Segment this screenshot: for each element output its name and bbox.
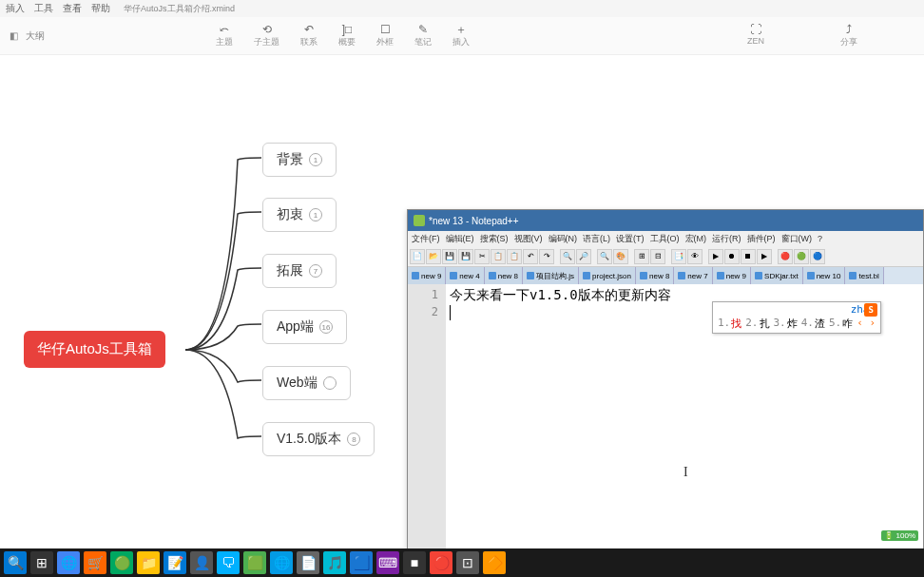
npp-toolbar-btn-11[interactable]: 🔎 [576, 249, 591, 264]
taskbar-app-16[interactable]: 🔴 [430, 551, 452, 574]
taskbar-app-7[interactable]: 👤 [190, 551, 213, 574]
taskbar-app-3[interactable]: 🛒 [84, 551, 106, 574]
npp-toolbar-btn-7[interactable]: ↶ [523, 249, 538, 264]
npp-toolbar-btn-29[interactable]: 🔵 [810, 249, 825, 264]
npp-tab-7[interactable]: new 9 [713, 267, 751, 284]
taskbar-app-18[interactable]: 🔶 [483, 551, 506, 574]
xmind-tool-6[interactable]: ＋插入 [452, 23, 470, 48]
ime-candidate-3[interactable]: 4.渣 [801, 317, 825, 331]
npp-toolbar-btn-0[interactable]: 📄 [410, 249, 425, 264]
xmind-tool-4[interactable]: ☐外框 [376, 23, 394, 48]
menu-view[interactable]: 查看 [63, 2, 82, 15]
npp-toolbar-btn-24[interactable]: ⏹ [741, 249, 756, 264]
taskbar-app-13[interactable]: 🟦 [350, 551, 373, 574]
npp-toolbar-btn-14[interactable]: 🎨 [613, 249, 628, 264]
npp-tab-1[interactable]: new 4 [446, 267, 484, 284]
npp-toolbar-btn-10[interactable]: 🔍 [560, 249, 575, 264]
npp-titlebar[interactable]: *new 13 - Notepad++ [408, 210, 923, 231]
taskbar-app-6[interactable]: 📝 [164, 551, 186, 574]
npp-toolbar-btn-6[interactable]: 📋 [507, 249, 522, 264]
npp-tab-8[interactable]: SDKjar.txt [751, 267, 803, 284]
npp-toolbar-btn-27[interactable]: 🔴 [778, 249, 793, 264]
mindmap-node-web[interactable]: Web端 [262, 366, 351, 400]
npp-menu-1[interactable]: 编辑(E) [446, 233, 474, 245]
npp-menu-4[interactable]: 编码(N) [549, 233, 578, 245]
taskbar-app-10[interactable]: 🌐 [270, 551, 293, 574]
npp-toolbar-btn-16[interactable]: ⊞ [634, 249, 649, 264]
npp-menu-0[interactable]: 文件(F) [412, 233, 440, 245]
ime-page-arrows[interactable]: ‹ › [857, 317, 876, 331]
npp-menu-3[interactable]: 视图(V) [514, 233, 543, 245]
npp-toolbar-btn-23[interactable]: ⏺ [724, 249, 740, 264]
taskbar-app-1[interactable]: ⊞ [30, 551, 53, 574]
outline-label[interactable]: 大纲 [26, 29, 45, 43]
npp-editor[interactable]: 1 2 今天来看一下v1.5.0版本的更新内容 zhau S 1.找2.扎3.炸… [408, 284, 923, 548]
mindmap-node-v150[interactable]: V1.5.0版本8 [262, 422, 375, 456]
outline-toggle-icon[interactable]: ◧ [10, 30, 18, 41]
ime-candidate-0[interactable]: 1.找 [718, 317, 741, 331]
npp-toolbar-btn-25[interactable]: ▶ [757, 249, 772, 264]
taskbar-app-15[interactable]: ■ [403, 551, 426, 574]
npp-toolbar-btn-1[interactable]: 📂 [426, 249, 441, 264]
npp-menu-7[interactable]: 工具(O) [650, 233, 680, 245]
npp-menu-11[interactable]: 窗口(W) [781, 233, 813, 245]
xmind-tool-0[interactable]: ⤺主题 [216, 23, 233, 48]
taskbar-app-12[interactable]: 🎵 [323, 551, 346, 574]
taskbar-app-5[interactable]: 📁 [137, 551, 160, 574]
npp-toolbar-btn-20[interactable]: 👁 [687, 249, 703, 264]
npp-menu-6[interactable]: 设置(T) [616, 233, 645, 245]
ime-candidate-4[interactable]: 5.咋 [829, 317, 853, 331]
npp-tab-0[interactable]: new 9 [408, 267, 446, 284]
menu-insert[interactable]: 插入 [6, 2, 25, 15]
taskbar-app-2[interactable]: 🌐 [57, 551, 80, 574]
mindmap-node-intent[interactable]: 初衷1 [262, 198, 337, 232]
taskbar-app-0[interactable]: 🔍 [4, 551, 27, 574]
npp-tab-2[interactable]: new 8 [485, 267, 523, 284]
npp-tab-3[interactable]: 项目结构.js [523, 267, 579, 284]
npp-menu-9[interactable]: 运行(R) [712, 233, 741, 245]
npp-content[interactable]: 今天来看一下v1.5.0版本的更新内容 zhau S 1.找2.扎3.炸4.渣5… [446, 284, 923, 548]
mindmap-root-node[interactable]: 华仔AutoJs工具箱 [24, 331, 165, 368]
npp-tab-5[interactable]: new 8 [636, 267, 674, 284]
xmind-tool-3[interactable]: ]□概要 [338, 23, 356, 48]
xmind-tool-1[interactable]: ⟲子主题 [254, 23, 279, 48]
xmind-tool-2[interactable]: ↶联系 [300, 23, 318, 48]
npp-toolbar-btn-8[interactable]: ↷ [539, 249, 554, 264]
ime-candidate-1[interactable]: 2.扎 [745, 317, 769, 331]
npp-tab-4[interactable]: project.json [579, 267, 636, 284]
npp-menu-12[interactable]: ? [818, 234, 822, 243]
npp-toolbar-btn-17[interactable]: ⊟ [650, 249, 665, 264]
npp-toolbar-btn-4[interactable]: ✂ [474, 249, 490, 264]
menu-help[interactable]: 帮助 [91, 2, 110, 15]
mindmap-node-bg[interactable]: 背景1 [262, 143, 337, 177]
ime-popup[interactable]: zhau S 1.找2.扎3.炸4.渣5.咋‹ › [712, 301, 881, 334]
tab-label: new 4 [459, 272, 479, 280]
xmind-tool-right-1[interactable]: ⤴分享 [840, 23, 857, 48]
taskbar-app-11[interactable]: 📄 [297, 551, 319, 574]
xmind-tool-right-0[interactable]: ⛶ZEN [747, 23, 764, 48]
npp-toolbar-btn-2[interactable]: 💾 [442, 249, 457, 264]
npp-toolbar-btn-28[interactable]: 🟢 [794, 249, 809, 264]
npp-menu-10[interactable]: 插件(P) [747, 233, 776, 245]
npp-menu-5[interactable]: 语言(L) [583, 233, 610, 245]
taskbar-app-17[interactable]: ⊡ [456, 551, 479, 574]
npp-tab-9[interactable]: new 10 [803, 267, 846, 284]
menu-tools[interactable]: 工具 [34, 2, 53, 15]
npp-menu-2[interactable]: 搜索(S) [480, 233, 509, 245]
npp-toolbar-btn-3[interactable]: 💾 [458, 249, 473, 264]
taskbar-app-9[interactable]: 🟩 [243, 551, 266, 574]
ime-candidate-2[interactable]: 3.炸 [774, 317, 798, 331]
npp-toolbar-btn-19[interactable]: 📑 [671, 249, 686, 264]
mindmap-node-app[interactable]: App端16 [262, 310, 347, 344]
npp-tab-6[interactable]: new 7 [674, 267, 712, 284]
npp-menu-8[interactable]: 宏(M) [685, 233, 707, 245]
mindmap-node-ext[interactable]: 拓展7 [262, 254, 337, 288]
npp-toolbar-btn-22[interactable]: ▶ [708, 249, 723, 264]
xmind-tool-5[interactable]: ✎笔记 [414, 23, 432, 48]
npp-toolbar-btn-13[interactable]: 🔍 [597, 249, 612, 264]
npp-toolbar-btn-5[interactable]: 📋 [491, 249, 506, 264]
npp-tab-10[interactable]: test.bl [845, 267, 883, 284]
taskbar-app-4[interactable]: 🟢 [110, 551, 133, 574]
taskbar-app-14[interactable]: ⌨ [376, 551, 399, 574]
taskbar-app-8[interactable]: 🗨 [217, 551, 240, 574]
